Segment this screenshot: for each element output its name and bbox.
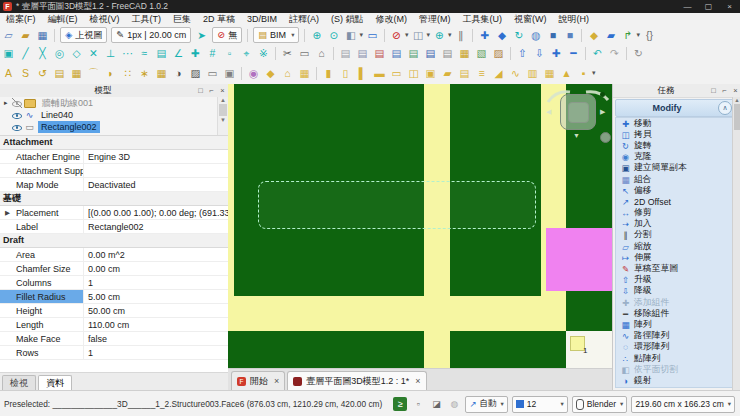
property-group-header[interactable]: Draft <box>0 234 228 248</box>
menu-item-7[interactable]: 3D/BIM <box>241 13 283 26</box>
dimension-icon[interactable]: ∷ <box>120 66 135 81</box>
structure-icon[interactable]: ▯ <box>338 66 353 81</box>
rotate-view-icon[interactable]: ↻ <box>511 28 526 43</box>
task-item-rotate[interactable]: ↻旋轉 <box>616 140 732 151</box>
stairs-icon[interactable]: ≡ <box>474 66 489 81</box>
top-view-button[interactable]: ◈上視圖 <box>60 27 107 43</box>
expand-arrow-icon[interactable]: ▸ <box>4 99 12 107</box>
bim-more-icon[interactable]: ▪ <box>576 66 591 81</box>
selected-rectangle002[interactable] <box>258 181 536 229</box>
scroll-up-icon[interactable]: ▲ <box>734 97 739 103</box>
workbench-selector[interactable]: ▤BIM▾ <box>253 27 299 43</box>
minimize-button[interactable]: — <box>677 0 698 13</box>
document-tab[interactable]: 壹層平面圖3D模型1.2 : 1*× <box>287 371 426 390</box>
property-value-cell[interactable]: 1 <box>84 276 228 289</box>
property-row[interactable]: Fillet Radius5.00 cm <box>0 290 228 304</box>
dropdown-caret-icon[interactable]: ▾ <box>636 31 640 39</box>
autogroup-dropdown[interactable]: ↗自動▾ <box>465 396 507 413</box>
move-up-icon[interactable]: ⇧ <box>515 46 530 61</box>
tree-item[interactable]: ∿Line040 <box>0 109 228 121</box>
orbit-icon[interactable]: ◍ <box>528 28 543 43</box>
tree-scrollbar[interactable]: ▲ ▼ <box>217 97 228 135</box>
snap-endpoint-icon[interactable]: ╱ <box>18 46 33 61</box>
property-value-cell[interactable]: false <box>84 332 228 345</box>
task-item-downgrade[interactable]: ⇩降級 <box>616 286 732 297</box>
arc-tools-icon[interactable]: ⌒ <box>86 66 101 81</box>
document-tab[interactable]: F開始× <box>231 371 285 390</box>
spreadsheet-icon[interactable]: ▦ <box>457 46 472 61</box>
float-panel-icon[interactable]: □ <box>195 86 206 95</box>
snap-ortho-icon[interactable]: ✚ <box>188 46 203 61</box>
draw-style-icon[interactable]: ◪ <box>429 397 443 411</box>
refresh-icon[interactable]: ↻ <box>631 46 646 61</box>
autogroup-none-button[interactable]: ⊘無 <box>212 27 242 43</box>
property-value-cell[interactable]: 110.00 cm <box>84 318 228 331</box>
task-item-point-array[interactable]: ∴點陣列 <box>616 353 732 364</box>
beam-icon[interactable]: ▬ <box>372 66 387 81</box>
doc-red-icon[interactable]: ▤ <box>372 46 387 61</box>
property-value-cell[interactable]: 0.00 cm <box>84 262 228 275</box>
task-item-polar-array[interactable]: ◌環形陣列 <box>616 342 732 353</box>
dropdown-caret-icon[interactable]: ▾ <box>592 69 596 77</box>
tree-item[interactable]: ▭Rectangle002 <box>0 121 228 133</box>
snap-parallel-icon[interactable]: ≈ <box>137 46 152 61</box>
navigation-style-dropdown[interactable]: Blender▾ <box>572 396 628 413</box>
snap-special-icon[interactable]: ▫ <box>222 46 237 61</box>
property-name-cell[interactable]: Map Mode <box>0 178 84 191</box>
slab-icon[interactable]: ▭ <box>389 66 404 81</box>
clip-plane-icon[interactable]: ⊘ <box>389 28 404 43</box>
halfspace-icon[interactable]: ◑ <box>171 66 186 81</box>
task-item-draft-to-sketch[interactable]: ✎草稿至草圖 <box>616 263 732 274</box>
pan-icon[interactable]: ✚ <box>477 28 492 43</box>
property-row[interactable]: ▶Placement[(0.00 0.00 1.00); 0.00 deg; (… <box>0 206 228 220</box>
remove-icon[interactable]: ━ <box>566 46 581 61</box>
group-folder-icon[interactable]: ▰ <box>603 28 618 43</box>
task-item-split[interactable]: ∥分割 <box>616 230 732 241</box>
doc-blue-icon[interactable]: ▤ <box>423 46 438 61</box>
property-name-cell[interactable]: Length <box>0 318 84 331</box>
menu-item-6[interactable]: 2D 草稿 <box>197 13 241 26</box>
pipe-icon[interactable]: ∿ <box>508 66 523 81</box>
task-item-upgrade[interactable]: ⇧升級 <box>616 275 732 286</box>
zoom-tools-icon[interactable]: ⊕ <box>432 28 447 43</box>
python-console-icon[interactable]: ≥ <box>393 397 407 411</box>
clip-view-icon[interactable]: ▭ <box>297 46 312 61</box>
navcube-down-arrow[interactable]: ▼ <box>573 132 580 139</box>
layer-dropdown[interactable]: 12▾ <box>512 396 568 413</box>
navigation-sphere-icon[interactable]: ◍ <box>447 397 461 411</box>
level-icon[interactable]: ▦ <box>297 66 312 81</box>
close-panel-icon[interactable]: × <box>730 86 740 95</box>
task-item-offset[interactable]: ↖偏移 <box>616 185 732 196</box>
property-name-cell[interactable]: Attacher Engine <box>0 150 84 163</box>
visibility-off-icon[interactable] <box>12 98 22 108</box>
dock-panel-icon[interactable]: ⌐ <box>206 86 217 95</box>
property-name-cell[interactable]: Chamfer Size <box>0 262 84 275</box>
zoom-fit-icon[interactable]: ⊕ <box>309 28 324 43</box>
shapestring-icon[interactable]: S <box>18 66 33 81</box>
visibility-eye-icon[interactable] <box>12 110 22 120</box>
task-item-join[interactable]: ⇢加入 <box>616 219 732 230</box>
3d-viewport[interactable]: 1 ◀ ▶ ▼ <box>228 84 612 368</box>
line-width-button[interactable]: ✎1px | 20.00 cm <box>111 27 191 43</box>
property-name-cell[interactable]: Area <box>0 248 84 261</box>
navcube-body[interactable] <box>560 94 596 130</box>
doc-chart-icon[interactable]: ▤ <box>389 46 404 61</box>
redo-icon[interactable]: ↷ <box>607 46 622 61</box>
property-name-cell[interactable]: Rows <box>0 346 84 359</box>
report-doc-icon[interactable]: ▤ <box>338 46 353 61</box>
wall-icon[interactable]: ▮ <box>321 66 336 81</box>
menu-item-2[interactable]: 編輯(E) <box>42 13 84 26</box>
task-item-stretch[interactable]: ↦伸展 <box>616 252 732 263</box>
zoom-selection-icon[interactable]: ⊙ <box>326 28 341 43</box>
property-value-cell[interactable]: 5.00 cm <box>84 290 228 303</box>
select-plane-icon[interactable]: ▭ <box>205 66 220 81</box>
column-icon[interactable]: ▌ <box>355 66 370 81</box>
property-row[interactable]: Height50.00 cm <box>0 304 228 318</box>
dropdown-caret-icon[interactable]: ▾ <box>426 31 430 39</box>
property-group-header[interactable]: 基礎 <box>0 192 228 206</box>
scroll-down-icon[interactable]: ▼ <box>220 117 226 123</box>
property-name-cell[interactable]: Columns <box>0 276 84 289</box>
property-name-cell[interactable]: Label <box>0 220 84 233</box>
task-item-clone[interactable]: ◉克隆 <box>616 152 732 163</box>
property-value-cell[interactable]: 50.00 cm <box>84 304 228 317</box>
